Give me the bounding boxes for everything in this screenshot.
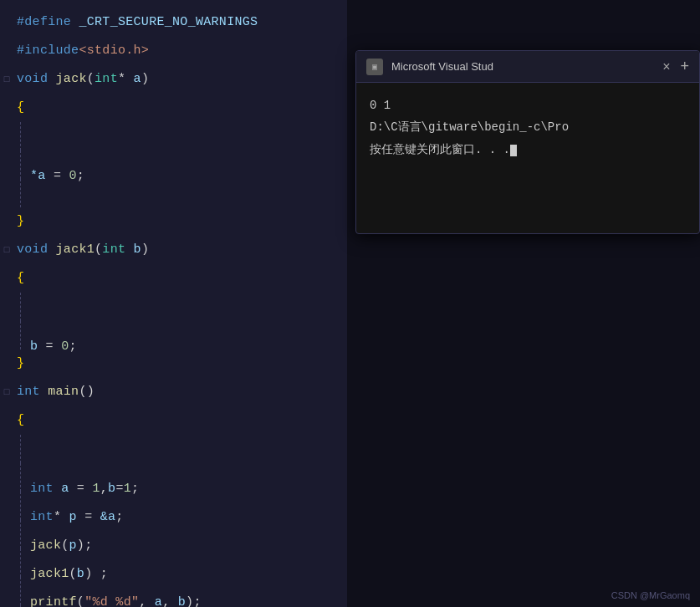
close-button[interactable]: × <box>662 59 670 74</box>
code-line: b = 0; <box>0 321 347 349</box>
code-line: □void jack(int* a) <box>0 65 347 94</box>
token: main <box>48 385 79 399</box>
gutter-line <box>20 150 27 179</box>
terminal-body: 0 1D:\C语言\gitware\begin_-c\Pro按任意键关闭此窗口.… <box>356 83 699 176</box>
fold-indicator[interactable]: □ <box>0 65 13 94</box>
code-line: jack1(b) ; <box>0 548 347 577</box>
code-line <box>0 435 347 463</box>
code-content: { <box>13 406 24 435</box>
token: #include <box>17 43 79 58</box>
token: ) <box>141 72 149 86</box>
code-line: jack(p); <box>0 520 347 548</box>
gutter-line <box>20 293 27 321</box>
terminal-title: Microsoft Visual Stud <box>391 60 662 73</box>
token <box>48 242 55 257</box>
code-line: { <box>0 264 347 293</box>
token: { <box>17 271 24 285</box>
token: a <box>125 72 141 86</box>
code-line <box>0 293 347 321</box>
token: { <box>17 413 24 427</box>
code-line: int* p = &a; <box>0 492 347 520</box>
gutter-line <box>20 321 27 349</box>
code-line <box>0 179 347 207</box>
gutter-line <box>20 492 27 520</box>
watermark: CSDN @MrGaomq <box>611 590 690 600</box>
code-content: void jack(int* a) <box>13 65 149 94</box>
token: int <box>17 385 40 399</box>
token: () <box>79 385 95 399</box>
code-content: { <box>13 264 24 293</box>
gutter-line <box>20 577 27 605</box>
code-line: *a = 0; <box>0 150 347 179</box>
terminal-popup: ▣ Microsoft Visual Stud × + 0 1D:\C语言\gi… <box>355 50 700 234</box>
code-line: { <box>0 94 347 122</box>
token: * <box>118 72 125 86</box>
code-line: } <box>0 349 347 378</box>
terminal-output-line: 按任意键关闭此窗口. . . <box>370 140 686 159</box>
token: void <box>17 242 48 257</box>
token: <stdio.h> <box>79 43 149 58</box>
code-editor: #define _CRT_SECURE_NO_WARNINGS#include<… <box>0 0 347 607</box>
terminal-icon-symbol: ▣ <box>372 62 377 72</box>
code-content: printf("%d %d", a, b); <box>27 589 202 607</box>
code-line: int a = 1,b=1; <box>0 463 347 492</box>
terminal-titlebar: ▣ Microsoft Visual Stud × + <box>356 51 699 83</box>
gutter-line <box>20 463 27 492</box>
terminal-output-line: 0 1 <box>370 96 686 115</box>
fold-indicator[interactable]: □ <box>0 236 13 264</box>
code-line: { <box>0 406 347 435</box>
token: b <box>125 242 141 257</box>
code-line: #include<stdio.h> <box>0 37 347 65</box>
token: void <box>17 72 48 86</box>
token: int <box>102 242 125 257</box>
token: } <box>17 356 24 370</box>
code-content: #include<stdio.h> <box>13 37 149 65</box>
token: _CRT_SECURE_NO_WARNINGS <box>79 15 258 29</box>
terminal-icon: ▣ <box>366 59 383 75</box>
code-content: } <box>13 349 24 378</box>
code-content: #define _CRT_SECURE_NO_WARNINGS <box>13 8 258 37</box>
token: ( <box>95 242 102 257</box>
token <box>40 385 48 399</box>
code-line <box>0 122 347 150</box>
gutter-line <box>20 520 27 548</box>
token: int <box>95 72 118 86</box>
code-line: □void jack1(int b) <box>0 236 347 264</box>
gutter-line <box>20 122 27 150</box>
gutter-line <box>20 548 27 577</box>
code-content: } <box>13 207 24 236</box>
code-line: printf("%d %d", a, b); <box>0 577 347 605</box>
token: } <box>17 214 24 228</box>
gutter-line <box>20 435 27 463</box>
cursor <box>510 145 517 156</box>
terminal-output-line: D:\C语言\gitware\begin_-c\Pro <box>370 118 686 136</box>
token: ) <box>141 242 149 257</box>
code-line: □int main() <box>0 378 347 406</box>
token: #define <box>17 15 71 29</box>
code-line: #define _CRT_SECURE_NO_WARNINGS <box>0 8 347 37</box>
token <box>48 72 55 86</box>
token: { <box>17 100 24 115</box>
gutter-line <box>20 179 27 207</box>
token: ( <box>87 72 95 86</box>
code-content: int main() <box>13 378 95 406</box>
token: jack <box>56 72 87 86</box>
code-content: void jack1(int b) <box>13 236 149 264</box>
code-content: { <box>13 94 24 122</box>
token: jack1 <box>56 242 95 257</box>
fold-indicator[interactable]: □ <box>0 378 13 406</box>
code-line: } <box>0 207 347 236</box>
add-tab-button[interactable]: + <box>680 58 689 75</box>
